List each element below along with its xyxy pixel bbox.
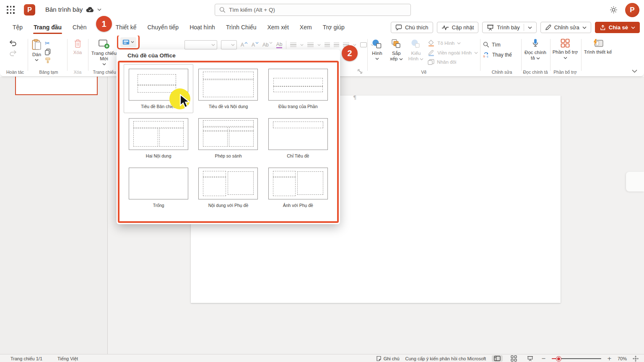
highlight-color-icon[interactable]: Ab bbox=[262, 42, 273, 48]
editing-chevron-down-icon[interactable] bbox=[582, 26, 587, 29]
zoom-slider-thumb[interactable] bbox=[556, 357, 561, 361]
tab-8[interactable]: Xem xét bbox=[262, 20, 294, 36]
language-button[interactable]: Tiếng Việt bbox=[57, 356, 78, 361]
layout-option-5[interactable]: Chỉ Tiêu đề bbox=[263, 114, 333, 163]
editing-mode-button[interactable]: Chỉnh sửa bbox=[540, 22, 591, 33]
share-chevron-down-icon[interactable] bbox=[631, 26, 635, 29]
svg-text:c: c bbox=[487, 55, 488, 58]
spacing-chevron-icon[interactable] bbox=[353, 44, 356, 46]
undo-icon[interactable] bbox=[9, 40, 26, 46]
catch-up-button[interactable]: Cập nhật bbox=[437, 22, 479, 33]
collapsed-side-pane-tab[interactable] bbox=[626, 172, 644, 191]
share-button[interactable]: Chia sẻ bbox=[595, 22, 640, 33]
layout-option-7[interactable]: Nội dung với Phụ đề bbox=[193, 163, 263, 212]
tab-10[interactable]: Trợ giúp bbox=[317, 20, 350, 36]
shape-styles-label: Kiểu Hình bbox=[408, 51, 424, 62]
fit-to-window-button[interactable] bbox=[633, 356, 639, 362]
settings-gear-icon[interactable] bbox=[610, 6, 618, 14]
dialog-launcher-icon[interactable] bbox=[358, 69, 362, 74]
comment-icon bbox=[395, 24, 402, 31]
document-title[interactable]: Bản trình bày bbox=[45, 6, 83, 13]
notes-button[interactable]: Ghi chú bbox=[376, 356, 400, 361]
new-slide-chevron-down-icon[interactable] bbox=[102, 63, 106, 65]
font-color-icon[interactable]: Ab bbox=[276, 41, 283, 48]
tab-4[interactable]: Thiết kế bbox=[110, 20, 142, 36]
cut-icon[interactable]: ✂ bbox=[45, 40, 51, 47]
editing-group-label: Chỉnh sửa bbox=[483, 70, 521, 75]
editing-mode-label: Chỉnh sửa bbox=[554, 24, 579, 31]
shape-fill-button[interactable]: Tô Hình bbox=[428, 40, 478, 47]
zoom-in-button[interactable]: + bbox=[607, 355, 612, 362]
delete-button[interactable]: Xóa bbox=[68, 39, 87, 55]
bullets-chevron-icon[interactable] bbox=[300, 44, 304, 46]
dictate-group-label: Đọc chính tả bbox=[522, 70, 548, 75]
replace-icon: bc bbox=[483, 52, 490, 58]
bullets-icon[interactable] bbox=[290, 43, 296, 47]
duplicate-button[interactable]: Nhân đôi bbox=[428, 59, 478, 65]
layout-thumbnail bbox=[268, 168, 328, 199]
layout-chevron-down-icon[interactable] bbox=[131, 41, 134, 43]
numbering-chevron-icon[interactable] bbox=[317, 44, 321, 46]
shapes-chevron-down-icon[interactable] bbox=[375, 58, 379, 60]
layout-option-8[interactable]: Ảnh với Phụ đề bbox=[263, 163, 333, 212]
arrange-button[interactable]: Sắp xếp bbox=[389, 39, 404, 65]
app-launcher-icon[interactable] bbox=[7, 6, 15, 14]
top-action-buttons: Chú thích Cập nhật Trình bày Chỉnh sửa C… bbox=[391, 22, 640, 33]
slide-sorter-view-button[interactable] bbox=[509, 355, 519, 362]
zoom-level[interactable]: 70% bbox=[618, 356, 627, 361]
layout-option-4[interactable]: Phép so sánh bbox=[193, 114, 263, 163]
grow-font-icon[interactable]: A bbox=[241, 42, 248, 48]
feedback-link[interactable]: Cung cấp ý kiến phản hồi cho Microsoft bbox=[405, 356, 486, 361]
format-painter-icon[interactable] bbox=[45, 57, 51, 63]
layout-thumbnail bbox=[129, 168, 188, 199]
comments-button[interactable]: Chú thích bbox=[391, 22, 433, 33]
layout-option-1[interactable]: Tiêu đề và Nội dung bbox=[193, 64, 263, 113]
font-size-box[interactable] bbox=[221, 40, 237, 49]
paste-button[interactable]: Dán bbox=[32, 39, 42, 63]
find-label: Tìm bbox=[492, 42, 501, 48]
tab-5[interactable]: Chuyển tiếp bbox=[142, 20, 184, 36]
redo-icon[interactable] bbox=[9, 50, 26, 56]
present-button[interactable]: Trình bày bbox=[482, 22, 536, 33]
collapse-ribbon-chevron-icon[interactable] bbox=[632, 70, 637, 73]
normal-view-button[interactable] bbox=[492, 355, 503, 362]
arrange-chevron-down-icon[interactable] bbox=[399, 58, 403, 60]
search-bar[interactable] bbox=[215, 4, 411, 16]
tab-1[interactable]: Trang đầu bbox=[28, 20, 67, 36]
tab-6[interactable]: Hoạt hình bbox=[184, 20, 221, 36]
indent-decrease-icon[interactable] bbox=[325, 43, 330, 47]
paste-chevron-down-icon[interactable] bbox=[35, 59, 39, 61]
addins-button[interactable]: Phần bổ trợ bbox=[552, 39, 579, 60]
font-name-box[interactable] bbox=[184, 40, 217, 49]
dictate-button[interactable]: Đọc chính tả bbox=[522, 39, 548, 61]
search-input[interactable] bbox=[229, 7, 406, 13]
tab-9[interactable]: Xem bbox=[294, 20, 317, 36]
tab-2[interactable]: Chèn bbox=[67, 20, 92, 36]
copy-icon[interactable] bbox=[45, 49, 51, 55]
slide-layout-button[interactable] bbox=[120, 37, 136, 47]
layout-option-2[interactable]: Đầu trang của Phần bbox=[263, 64, 333, 113]
addins-grid-icon bbox=[561, 39, 570, 48]
shapes-button[interactable]: Hình bbox=[370, 39, 384, 65]
zoom-slider[interactable] bbox=[552, 356, 601, 361]
new-slide-button[interactable]: Trang chiếu Mới bbox=[89, 39, 119, 65]
shrink-font-icon[interactable]: A bbox=[252, 42, 259, 48]
tab-7[interactable]: Trình Chiếu bbox=[221, 20, 262, 36]
slideshow-view-button[interactable] bbox=[525, 355, 535, 362]
numbering-icon[interactable] bbox=[307, 43, 314, 47]
designer-button[interactable]: Trình thiết kế bbox=[582, 39, 614, 55]
find-button[interactable]: Tìm bbox=[483, 41, 521, 48]
layout-thumbnail bbox=[129, 118, 188, 150]
present-chevron-down-icon[interactable] bbox=[528, 26, 532, 29]
text-box-icon[interactable] bbox=[360, 42, 367, 47]
shape-outline-button[interactable]: Viền ngoài Hình bbox=[428, 49, 478, 56]
shape-styles-button[interactable]: Kiểu Hình bbox=[408, 39, 424, 65]
title-chevron-down-icon[interactable] bbox=[97, 8, 101, 11]
replace-button[interactable]: bc Thay thế bbox=[483, 52, 521, 58]
account-avatar[interactable]: P bbox=[625, 3, 639, 17]
zoom-out-button[interactable]: − bbox=[541, 355, 546, 362]
tab-0[interactable]: Tệp bbox=[7, 20, 28, 36]
indent-increase-icon[interactable] bbox=[334, 43, 339, 47]
layout-option-3[interactable]: Hai Nội dung bbox=[124, 114, 193, 163]
layout-option-6[interactable]: Trống bbox=[124, 163, 193, 212]
